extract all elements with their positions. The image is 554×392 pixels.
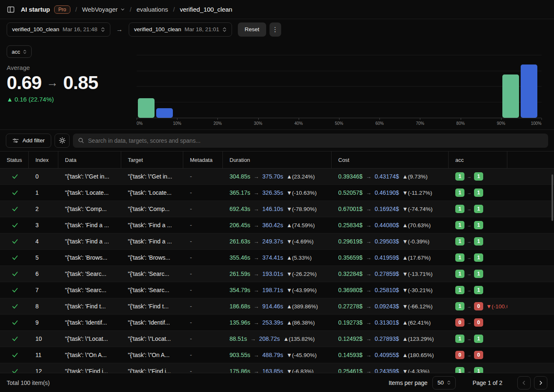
cell-spacer — [507, 363, 554, 373]
score-badge: 1 — [474, 367, 483, 373]
table-row[interactable]: 10"{'task': \"Locat..."{'task': \"Locat.… — [0, 331, 554, 347]
table-row[interactable]: 9"{'task': 'Identif..."{'task': 'Identif… — [0, 315, 554, 331]
cell-metadata: - — [183, 233, 223, 249]
cell-acc: 1→1 — [449, 331, 507, 347]
table-row[interactable]: 4"{'task': 'Find a ..."{'task': 'Find a … — [0, 233, 554, 250]
value-after: 326.35s — [262, 189, 283, 196]
delta-percent: ▼(-43.99%) — [287, 287, 317, 293]
arrow-icon: → — [467, 174, 472, 179]
value-before: 0.25834$ — [338, 222, 362, 228]
sidebar-toggle-icon[interactable] — [7, 5, 15, 14]
compared-run-select[interactable]: verified_100_clean Mar 18, 21:01 — [129, 22, 232, 37]
column-header-acc[interactable]: acc — [449, 151, 507, 168]
score-badge: 1 — [455, 286, 464, 294]
table-row[interactable]: 2"{'task': 'Comp..."{'task': 'Comp...-69… — [0, 201, 554, 217]
arrow-icon: → — [366, 320, 371, 326]
baseline-run-select[interactable]: verified_100_clean Mar 16, 21:48 — [7, 22, 110, 37]
settings-button[interactable] — [55, 134, 70, 148]
top-bar: AI startup Pro / WebVoyager / evaluation… — [0, 0, 554, 19]
metric-summary: acc Average 0.69 → 0.85 ▲ 0.16 (22.74%) — [7, 45, 135, 129]
table-row[interactable]: 11"{'task': \"On A..."{'task': \"On A...… — [0, 347, 554, 363]
cell-status — [0, 250, 29, 265]
cell-acc: 1→1 — [449, 250, 507, 265]
delta-percent: ▼(-66.12%) — [402, 303, 433, 310]
value-after: 163.85s — [262, 368, 283, 373]
score-badge: 1 — [455, 172, 464, 181]
column-header-Duration[interactable]: Duration — [223, 151, 332, 168]
chevron-left-icon — [522, 380, 527, 385]
table-row[interactable]: 6"{'task': 'Searc..."{'task': 'Searc...-… — [0, 266, 554, 282]
items-per-page-select[interactable]: 50 — [432, 376, 456, 390]
value-after: 0.09243$ — [374, 303, 399, 310]
column-header-Index[interactable]: Index — [29, 151, 58, 168]
arrow-icon: → — [467, 336, 472, 341]
value-after: 0.25810$ — [374, 287, 399, 293]
table-row[interactable]: 7"{'task': 'Searc..."{'task': 'Searc...-… — [0, 282, 554, 298]
workspace-name[interactable]: AI startup — [21, 6, 50, 13]
average-arrow-icon: → — [47, 76, 58, 89]
reset-button[interactable]: Reset — [238, 22, 266, 37]
value-before: 0.12492$ — [338, 335, 362, 342]
check-icon — [12, 352, 18, 358]
next-page-button[interactable] — [534, 376, 547, 390]
value-before: 0.35659$ — [338, 254, 362, 261]
arrow-icon: → — [467, 352, 472, 357]
histogram-bar[interactable] — [521, 65, 537, 118]
arrow-icon: → — [467, 239, 472, 244]
axis-tick — [379, 118, 380, 120]
arrow-icon: → — [366, 174, 371, 180]
table-row[interactable]: 5"{'task': 'Brows..."{'task': 'Brows...-… — [0, 250, 554, 266]
arrow-icon: → — [254, 287, 259, 293]
delta-percent: ▲(180.65%) — [402, 352, 434, 358]
column-header-Target[interactable]: Target — [121, 151, 183, 168]
value-after: 488.79s — [262, 352, 283, 358]
column-header-Metadata[interactable]: Metadata — [183, 151, 223, 168]
value-after: 375.70s — [262, 173, 283, 180]
histogram-x-axis: 0%10%20%30%40%50%60%70%80%90%100% — [137, 118, 542, 128]
delta-percent: ▼(-30.21%) — [402, 287, 433, 293]
value-after: 198.71s — [262, 287, 283, 293]
arrow-icon: → — [467, 206, 472, 211]
histogram-bar[interactable] — [502, 74, 519, 118]
add-filter-button[interactable]: Add filter — [6, 134, 51, 148]
breadcrumb-project[interactable]: WebVoyager — [82, 6, 125, 13]
search-icon — [78, 137, 84, 144]
table-row[interactable]: 12"{'task': \"Find i..."{'task': \"Find … — [0, 363, 554, 373]
column-header-Status[interactable]: Status — [0, 151, 29, 168]
histogram-bar[interactable] — [138, 98, 155, 118]
table-row[interactable]: 3"{'task': 'Find a ..."{'task': 'Find a … — [0, 217, 554, 233]
average-delta: ▲ 0.16 (22.74%) — [7, 96, 135, 103]
search-input[interactable] — [88, 137, 543, 144]
cell-status — [0, 298, 29, 314]
score-badge: 1 — [474, 270, 483, 278]
metric-select[interactable]: acc — [7, 45, 32, 58]
vertical-scrollbar[interactable] — [552, 174, 553, 221]
search-bar[interactable] — [73, 134, 548, 148]
more-options-button[interactable]: ⋮ — [270, 22, 281, 37]
column-header-Cost[interactable]: Cost — [332, 151, 449, 168]
breadcrumb-section[interactable]: evaluations — [137, 6, 168, 13]
check-icon — [12, 270, 18, 277]
filter-icon — [12, 138, 19, 144]
score-badge: 1 — [455, 189, 464, 197]
column-header-Data[interactable]: Data — [58, 151, 121, 168]
table-row[interactable]: 0"{'task': \"Get in..."{'task': \"Get in… — [0, 169, 554, 185]
table-row[interactable]: 8"{'task': 'Find t..."{'task': 'Find t..… — [0, 298, 554, 315]
cell-cost: 0.36980$→0.25810$▼(-30.21%) — [332, 282, 449, 298]
arrow-icon: → — [366, 255, 371, 261]
cell-status — [0, 315, 29, 330]
cell-metadata: - — [183, 347, 223, 363]
value-before: 365.17s — [230, 189, 250, 196]
axis-tick-label: 20% — [213, 121, 222, 126]
value-after: 914.46s — [262, 303, 283, 310]
table-row[interactable]: 1"{'task': 'Locate..."{'task': 'Locate..… — [0, 185, 554, 201]
histogram-bar[interactable] — [156, 108, 173, 118]
cell-metadata: - — [183, 315, 223, 330]
score-badge: 1 — [474, 335, 483, 343]
cell-metadata: - — [183, 266, 223, 282]
cell-duration: 365.17s→326.35s▼(-10.63%) — [223, 185, 332, 201]
value-before: 135.96s — [230, 319, 250, 326]
value-before: 0.14593$ — [338, 352, 362, 358]
cell-spacer — [507, 233, 554, 249]
previous-page-button[interactable] — [517, 376, 531, 390]
